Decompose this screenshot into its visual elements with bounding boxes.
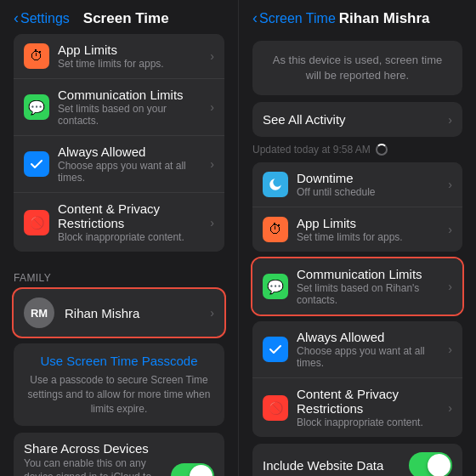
toggle-knob (190, 465, 212, 476)
right-content-privacy-title: Content & Privacy Restrictions (297, 387, 443, 416)
right-downtime-item[interactable]: Downtime Off until schedule › (252, 162, 462, 207)
right-back-label: Screen Time (259, 11, 336, 26)
include-website-toggle-knob (428, 454, 450, 476)
include-website-text: Include Website Data (263, 458, 400, 473)
comm-limits-icon: 💬 (24, 94, 49, 120)
content-privacy-chevron-icon: › (210, 216, 214, 230)
right-always-allowed-chevron-icon: › (448, 343, 452, 356)
share-across-devices-row: Share Across Devices You can enable this… (14, 433, 224, 476)
right-always-allowed-icon (263, 337, 288, 362)
content-privacy-icon: 🚫 (24, 210, 49, 235)
right-always-allowed-title: Always Allowed (297, 330, 443, 344)
downtime-text: Downtime Off until schedule (297, 171, 443, 198)
left-back-chevron-icon: ‹ (14, 9, 19, 27)
left-always-allowed-item[interactable]: Always Allowed Choose apps you want at a… (14, 136, 224, 193)
right-app-limits-item[interactable]: ⏱ App Limits Set time limits for apps. › (252, 207, 462, 252)
right-back-chevron-icon: ‹ (252, 9, 258, 27)
app-limits-title: App Limits (58, 42, 205, 57)
include-website-title: Include Website Data (263, 458, 400, 473)
left-content: ⏱ App Limits Set time limits for apps. ›… (0, 34, 238, 476)
passcode-title: Use Screen Time Passcode (24, 354, 214, 368)
app-limits-text: App Limits Set time limits for apps. (58, 42, 205, 70)
family-member-chevron-icon: › (210, 306, 214, 320)
right-content-privacy-icon: 🚫 (263, 395, 288, 421)
share-desc: You can enable this on any device signed… (24, 457, 162, 476)
always-allowed-icon (24, 151, 49, 177)
family-member-item[interactable]: RM Rihan Mishra › (14, 289, 224, 337)
loading-spinner-icon (376, 144, 388, 156)
checkmark-icon (30, 157, 43, 171)
right-nav-title: Rihan Mishra (339, 10, 430, 27)
downtime-title: Downtime (297, 171, 443, 185)
comm-limits-icon-glyph: 💬 (28, 99, 45, 116)
left-settings-group: ⏱ App Limits Set time limits for apps. ›… (14, 34, 224, 252)
comm-limits-text: Communication Limits Set limits based on… (58, 88, 205, 127)
share-toggle[interactable] (171, 463, 214, 476)
right-content: As this device is used, screen time will… (239, 34, 476, 476)
see-all-activity-item[interactable]: See All Activity › (252, 102, 462, 137)
right-comm-limits-text: Communication Limits Set limits based on… (297, 267, 443, 306)
content-privacy-subtitle: Block inappropriate content. (58, 231, 205, 243)
right-checkmark-icon (269, 343, 282, 356)
share-text: Share Across Devices You can enable this… (24, 441, 162, 476)
always-allowed-title: Always Allowed (58, 144, 205, 159)
family-group: RM Rihan Mishra › (14, 289, 224, 337)
right-comm-limits-item[interactable]: 💬 Communication Limits Set limits based … (252, 258, 462, 314)
downtime-icon (263, 172, 288, 197)
updated-row: Updated today at 9:58 AM (239, 140, 476, 162)
downtime-subtitle: Off until schedule (297, 186, 443, 198)
right-always-allowed-text: Always Allowed Choose apps you want at a… (297, 330, 443, 369)
right-bottom-group: Always Allowed Choose apps you want at a… (252, 321, 462, 437)
right-nav-header: ‹ Screen Time Rihan Mishra (239, 0, 476, 34)
right-comm-limits-group: 💬 Communication Limits Set limits based … (252, 258, 462, 314)
app-limits-icon: ⏱ (24, 43, 49, 69)
comm-limits-chevron-icon: › (210, 100, 214, 114)
comm-limits-title: Communication Limits (58, 88, 205, 102)
downtime-chevron-icon: › (448, 178, 452, 191)
right-content-privacy-subtitle: Block inappropriate content. (297, 416, 443, 428)
right-content-privacy-chevron-icon: › (448, 401, 452, 415)
left-content-privacy-item[interactable]: 🚫 Content & Privacy Restrictions Block i… (14, 193, 224, 252)
app-limits-subtitle: Set time limits for apps. (58, 58, 205, 70)
moon-icon (268, 177, 283, 192)
left-nav-header: ‹ Settings Screen Time (0, 0, 238, 34)
see-all-title: See All Activity (263, 112, 443, 127)
right-always-allowed-item[interactable]: Always Allowed Choose apps you want at a… (252, 321, 462, 378)
right-back-button[interactable]: ‹ Screen Time (252, 10, 336, 27)
family-section-header: FAMILY (0, 258, 238, 289)
right-comm-limits-subtitle: Set limits based on Rihan's contacts. (297, 282, 443, 306)
always-allowed-subtitle: Choose apps you want at all times. (58, 160, 205, 184)
right-settings-group: Downtime Off until schedule › ⏱ App Limi… (252, 162, 462, 252)
left-app-limits-item[interactable]: ⏱ App Limits Set time limits for apps. › (14, 34, 224, 79)
updated-text: Updated today at 9:58 AM (252, 144, 371, 156)
right-app-limits-chevron-icon: › (448, 223, 452, 236)
left-back-label: Settings (20, 11, 70, 26)
right-app-limits-subtitle: Set time limits for apps. (297, 231, 443, 243)
see-all-chevron-icon: › (448, 113, 452, 127)
include-website-data-row: Include Website Data (252, 444, 462, 476)
right-comm-limits-icon: 💬 (263, 274, 288, 299)
family-member-name: Rihan Mishra (65, 306, 205, 320)
content-privacy-text: Content & Privacy Restrictions Block ina… (58, 201, 205, 243)
info-box: As this device is used, screen time will… (252, 41, 462, 95)
app-limits-chevron-icon: › (210, 49, 214, 63)
content-privacy-title: Content & Privacy Restrictions (58, 201, 205, 230)
share-title: Share Across Devices (24, 441, 162, 456)
include-website-toggle[interactable] (409, 452, 452, 476)
left-panel: ‹ Settings Screen Time ⏱ App Limits Set … (0, 0, 238, 476)
left-back-button[interactable]: ‹ Settings (14, 10, 70, 27)
left-nav-title: Screen Time (83, 10, 169, 27)
right-panel: ‹ Screen Time Rihan Mishra As this devic… (238, 0, 476, 476)
right-app-limits-text: App Limits Set time limits for apps. (297, 216, 443, 243)
passcode-button[interactable]: Use Screen Time Passcode Use a passcode … (14, 343, 224, 426)
family-member-avatar: RM (24, 298, 54, 328)
passcode-desc: Use a passcode to secure Screen Time set… (24, 373, 214, 416)
comm-limits-subtitle: Set limits based on your contacts. (58, 103, 205, 127)
right-content-privacy-item[interactable]: 🚫 Content & Privacy Restrictions Block i… (252, 378, 462, 437)
app-limits-icon-glyph: ⏱ (30, 48, 43, 64)
content-privacy-icon-glyph: 🚫 (30, 216, 44, 230)
left-comm-limits-item[interactable]: 💬 Communication Limits Set limits based … (14, 79, 224, 136)
right-always-allowed-subtitle: Choose apps you want at all times. (297, 345, 443, 369)
right-comm-limits-chevron-icon: › (448, 280, 452, 293)
right-app-limits-icon: ⏱ (263, 217, 288, 242)
